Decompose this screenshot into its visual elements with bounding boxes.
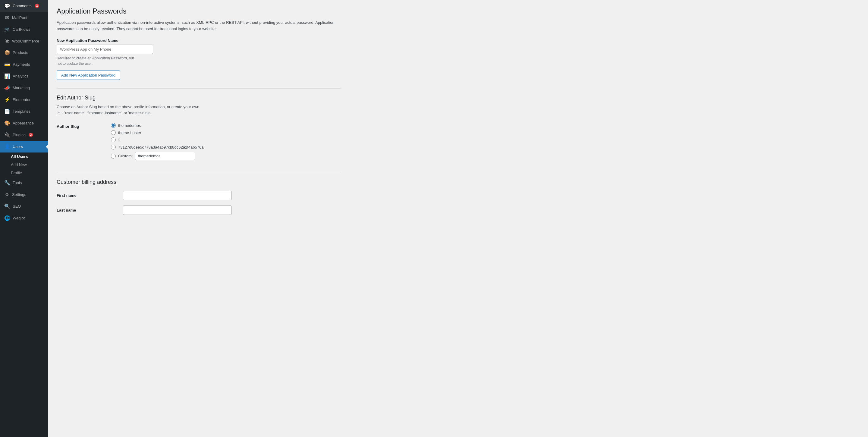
- appearance-icon: 🎨: [4, 120, 10, 126]
- radio-slug-hash[interactable]: [111, 145, 116, 150]
- sidebar-item-templates[interactable]: 📄Templates: [0, 105, 48, 117]
- sidebar-item-cartflows[interactable]: 🛒CartFlows: [0, 24, 48, 35]
- billing-input-first-name[interactable]: [123, 191, 231, 200]
- sidebar-label-tools: Tools: [13, 181, 22, 185]
- edit-slug-description: Choose an Author Slug based on the above…: [57, 104, 341, 117]
- plugins-badge: 2: [29, 133, 33, 137]
- sidebar: 💬Comments3✉MailPoet🛒CartFlows🛍WooCommerc…: [0, 0, 48, 437]
- mailpoet-icon: ✉: [4, 15, 10, 21]
- seo-icon: 🔍: [4, 204, 10, 209]
- radio-label-slug-themedemos[interactable]: themedemos: [118, 123, 141, 128]
- sidebar-label-settings: Settings: [12, 192, 26, 197]
- templates-icon: 📄: [4, 108, 10, 114]
- sidebar-label-products: Products: [13, 50, 28, 55]
- active-arrow: [46, 144, 48, 149]
- marketing-icon: 📣: [4, 85, 10, 91]
- sidebar-label-marketing: Marketing: [13, 86, 30, 90]
- sidebar-label-woocommerce: WooCommerce: [12, 39, 39, 43]
- app-passwords-description: Application passwords allow authenticati…: [57, 20, 341, 32]
- author-slug-options: themedemostheme-buster273127d8dee5c778a3…: [111, 121, 341, 164]
- products-icon: 📦: [4, 50, 10, 56]
- radio-row-theme-buster: theme-buster: [111, 130, 341, 135]
- author-slug-label: Author Slug: [57, 121, 111, 164]
- sidebar-label-mailpoet: MailPoet: [12, 15, 27, 20]
- sidebar-sub-add-new[interactable]: Add New: [0, 161, 48, 169]
- billing-title: Customer billing address: [57, 173, 341, 185]
- radio-row-73127d8dee5c: 73127d8dee5c778a3a4ab97cb8dc62a2f4ab576a: [111, 145, 341, 150]
- edit-slug-title: Edit Author Slug: [57, 88, 341, 101]
- tools-icon: 🔧: [4, 180, 10, 186]
- sidebar-label-cartflows: CartFlows: [13, 27, 30, 32]
- sidebar-label-templates: Templates: [13, 109, 30, 114]
- sidebar-label-payments: Payments: [13, 62, 30, 67]
- author-slug-table: Author Slug themedemostheme-buster273127…: [57, 121, 341, 164]
- billing-field-row-first-name: First name: [57, 191, 341, 200]
- sidebar-label-appearance: Appearance: [13, 121, 34, 125]
- new-password-label: New Application Password Name: [57, 38, 341, 43]
- add-password-button[interactable]: Add New Application Password: [57, 70, 120, 80]
- analytics-icon: 📊: [4, 73, 10, 79]
- billing-field-row-last-name: Last name: [57, 206, 341, 215]
- elementor-icon: ⚡: [4, 97, 10, 102]
- sidebar-label-seo: SEO: [13, 204, 21, 209]
- sidebar-item-comments[interactable]: 💬Comments3: [0, 0, 48, 12]
- weglot-icon: 🌐: [4, 215, 10, 221]
- plugins-icon: 🔌: [4, 132, 10, 138]
- billing-label-last-name: Last name: [57, 208, 123, 213]
- billing-input-last-name[interactable]: [123, 206, 231, 215]
- sidebar-sub-all-users[interactable]: All Users: [0, 153, 48, 161]
- sidebar-item-users[interactable]: 👤Users: [0, 141, 48, 153]
- radio-row-2: 2: [111, 137, 341, 142]
- radio-label-slug-2[interactable]: 2: [118, 138, 120, 142]
- radio-slug-theme-buster[interactable]: [111, 130, 116, 135]
- payments-icon: 💳: [4, 61, 10, 67]
- sidebar-label-plugins: Plugins: [13, 133, 26, 137]
- comments-icon: 💬: [4, 3, 10, 9]
- comments-badge: 3: [35, 4, 39, 8]
- sidebar-item-seo[interactable]: 🔍SEO: [0, 200, 48, 212]
- sidebar-label-elementor: Elementor: [13, 97, 30, 102]
- sidebar-item-payments[interactable]: 💳Payments: [0, 59, 48, 70]
- sidebar-label-weglot: Weglot: [13, 216, 25, 220]
- sidebar-label-users: Users: [13, 144, 23, 149]
- sidebar-item-weglot[interactable]: 🌐Weglot: [0, 212, 48, 224]
- sidebar-item-settings[interactable]: ⚙Settings: [0, 189, 48, 200]
- main-content: Application Passwords Application passwo…: [48, 0, 868, 437]
- radio-label-slug-custom[interactable]: Custom:: [118, 154, 133, 158]
- sidebar-item-appearance[interactable]: 🎨Appearance: [0, 117, 48, 129]
- sidebar-item-analytics[interactable]: 📊Analytics: [0, 70, 48, 82]
- radio-label-slug-theme-buster[interactable]: theme-buster: [118, 130, 141, 135]
- sidebar-label-analytics: Analytics: [13, 74, 28, 79]
- sidebar-label-comments: Comments: [13, 4, 32, 8]
- cartflows-icon: 🛒: [4, 27, 10, 32]
- settings-icon: ⚙: [4, 192, 10, 197]
- radio-row-themedemos: themedemos: [111, 123, 341, 128]
- users-icon: 👤: [4, 144, 10, 150]
- sidebar-sub-profile[interactable]: Profile: [0, 169, 48, 177]
- sidebar-item-marketing[interactable]: 📣Marketing: [0, 82, 48, 94]
- radio-slug-2[interactable]: [111, 137, 116, 142]
- radio-slug-themedemos[interactable]: [111, 123, 116, 128]
- radio-slug-custom[interactable]: [111, 154, 116, 158]
- radio-label-slug-hash[interactable]: 73127d8dee5c778a3a4ab97cb8dc62a2f4ab576a: [118, 145, 204, 150]
- woocommerce-icon: 🛍: [4, 38, 10, 44]
- sidebar-item-products[interactable]: 📦Products: [0, 47, 48, 59]
- page-title: Application Passwords: [57, 7, 341, 15]
- new-password-input[interactable]: [57, 44, 153, 54]
- sidebar-item-elementor[interactable]: ⚡Elementor: [0, 94, 48, 105]
- billing-label-first-name: First name: [57, 193, 123, 198]
- radio-row-custom: Custom:: [111, 152, 341, 160]
- sidebar-item-plugins[interactable]: 🔌Plugins2: [0, 129, 48, 141]
- billing-fields: First nameLast name: [57, 191, 341, 215]
- sidebar-item-woocommerce[interactable]: 🛍WooCommerce: [0, 35, 48, 47]
- custom-slug-input[interactable]: [135, 152, 195, 160]
- sidebar-item-mailpoet[interactable]: ✉MailPoet: [0, 12, 48, 24]
- new-password-hint: Required to create an Application Passwo…: [57, 56, 341, 66]
- sidebar-item-tools[interactable]: 🔧Tools: [0, 177, 48, 189]
